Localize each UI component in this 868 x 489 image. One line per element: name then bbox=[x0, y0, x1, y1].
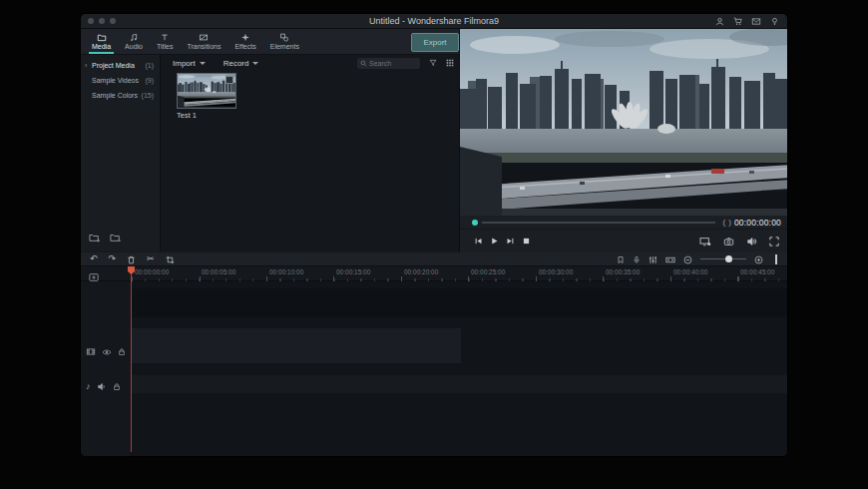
sidebar-item-sample-colors[interactable]: Sample Colors (15) bbox=[81, 88, 160, 103]
volume-icon[interactable] bbox=[746, 233, 757, 250]
tab-label: Elements bbox=[270, 43, 299, 51]
track-lane-upper[interactable] bbox=[132, 288, 788, 317]
ruler-label: 00:00:45:00 bbox=[740, 268, 774, 275]
music-note-icon bbox=[129, 33, 139, 42]
timeline-toolbar: ↶ ↷ ✂ bbox=[81, 252, 788, 266]
app-window: Untitled - Wondershare Filmora9 bbox=[80, 13, 788, 457]
preview-controls bbox=[460, 229, 788, 252]
slider-track bbox=[700, 258, 746, 259]
preview-panel: ( ) 00:00:00:00 bbox=[460, 29, 788, 252]
zoom-out-icon[interactable] bbox=[683, 250, 692, 268]
marker-icon[interactable] bbox=[617, 250, 625, 268]
remove-folder-icon[interactable] bbox=[110, 229, 121, 246]
ruler-label: 00:00:10:00 bbox=[269, 268, 303, 275]
account-icon[interactable] bbox=[715, 17, 724, 26]
ruler-label: 00:00:35:00 bbox=[606, 268, 640, 275]
media-toolbar: Import Record bbox=[161, 55, 459, 71]
text-cursor-icon bbox=[775, 254, 777, 264]
mark-out-icon: ) bbox=[728, 218, 731, 227]
add-folder-icon[interactable] bbox=[89, 229, 100, 246]
fit-to-timeline-icon[interactable] bbox=[665, 250, 675, 268]
ruler-scale[interactable]: 00:00:00:00 00:00:05:00 00:00:10:00 00:0… bbox=[132, 266, 788, 281]
ruler-label: 00:00:25:00 bbox=[471, 268, 505, 275]
tab-elements[interactable]: Elements bbox=[263, 29, 306, 54]
snapshot-camera-icon[interactable] bbox=[723, 233, 734, 250]
ruler-label: 00:00:20:00 bbox=[404, 268, 438, 275]
redo-icon[interactable]: ↷ bbox=[109, 254, 117, 263]
sidebar-item-project-media[interactable]: › Project Media (1) bbox=[81, 58, 160, 73]
track-lock-icon[interactable] bbox=[113, 377, 121, 395]
export-button[interactable]: Export bbox=[411, 33, 459, 52]
display-settings-icon[interactable] bbox=[699, 233, 711, 250]
chevron-down-icon bbox=[252, 62, 258, 65]
sidebar-item-label: Project Media bbox=[92, 62, 135, 69]
tab-label: Media bbox=[92, 43, 111, 51]
mail-icon[interactable] bbox=[751, 17, 761, 26]
play-button[interactable] bbox=[486, 234, 502, 249]
tab-label: Effects bbox=[234, 43, 255, 51]
media-item-name: Test 1 bbox=[177, 111, 197, 120]
search-input[interactable] bbox=[369, 60, 417, 67]
video-track-lane[interactable] bbox=[132, 328, 461, 363]
audio-track-lane[interactable] bbox=[132, 375, 788, 393]
traffic-lights bbox=[88, 18, 116, 24]
timeline-ruler[interactable]: 00:00:00:00 00:00:05:00 00:00:10:00 00:0… bbox=[81, 266, 788, 281]
next-frame-button[interactable] bbox=[502, 234, 518, 249]
cart-icon[interactable] bbox=[733, 17, 742, 26]
filmstrip-icon bbox=[86, 342, 96, 360]
video-track-header bbox=[86, 342, 126, 360]
media-item-thumbnail[interactable] bbox=[177, 73, 236, 109]
tab-media[interactable]: Media bbox=[85, 29, 118, 54]
track-visibility-eye-icon[interactable] bbox=[102, 342, 112, 360]
tab-effects[interactable]: Effects bbox=[227, 29, 262, 54]
slider-thumb[interactable] bbox=[725, 255, 732, 262]
grid-view-icon[interactable] bbox=[446, 59, 454, 67]
ruler-label: 00:00:15:00 bbox=[336, 268, 370, 275]
zoom-window-button[interactable] bbox=[110, 18, 116, 24]
import-dropdown[interactable]: Import bbox=[173, 59, 206, 68]
filter-icon[interactable] bbox=[429, 59, 437, 67]
tab-audio[interactable]: Audio bbox=[118, 29, 150, 54]
sidebar-item-sample-videos[interactable]: Sample Videos (9) bbox=[81, 73, 160, 88]
sidebar-item-label: Sample Videos bbox=[92, 77, 139, 84]
sidebar-folder-actions bbox=[89, 229, 121, 246]
fullscreen-icon[interactable] bbox=[769, 233, 779, 250]
track-mute-speaker-icon[interactable] bbox=[97, 377, 107, 395]
close-window-button[interactable] bbox=[88, 18, 94, 24]
tab-transitions[interactable]: Transitions bbox=[180, 29, 227, 54]
seek-bar[interactable] bbox=[482, 222, 715, 224]
split-scissors-icon[interactable]: ✂ bbox=[147, 254, 155, 263]
audio-track-header: ♪ bbox=[86, 377, 121, 395]
search-box[interactable] bbox=[357, 58, 420, 69]
caret-icon: › bbox=[85, 62, 87, 69]
import-label: Import bbox=[173, 59, 196, 68]
playhead-handle[interactable] bbox=[472, 220, 478, 226]
previous-frame-button[interactable] bbox=[470, 234, 486, 249]
music-note-icon: ♪ bbox=[86, 381, 91, 391]
search-icon bbox=[360, 60, 367, 67]
sidebar-item-count: (9) bbox=[145, 77, 154, 84]
timeline: ↶ ↷ ✂ bbox=[81, 252, 788, 457]
delete-icon[interactable] bbox=[127, 250, 136, 268]
timeline-playhead[interactable] bbox=[131, 266, 132, 452]
effects-icon bbox=[240, 33, 250, 42]
minimize-window-button[interactable] bbox=[99, 18, 105, 24]
stop-button[interactable] bbox=[518, 234, 534, 249]
lightbulb-icon[interactable] bbox=[770, 17, 779, 26]
ruler-label: 00:00:00:00 bbox=[135, 268, 169, 275]
ruler-label: 00:00:30:00 bbox=[539, 268, 573, 275]
record-dropdown[interactable]: Record bbox=[223, 59, 259, 68]
audio-mixer-icon[interactable] bbox=[649, 250, 657, 268]
record-label: Record bbox=[223, 59, 249, 68]
crop-icon[interactable] bbox=[166, 250, 175, 268]
track-lock-icon[interactable] bbox=[118, 342, 126, 360]
track-headers: ♪ bbox=[81, 281, 132, 457]
tab-titles[interactable]: Titles bbox=[150, 29, 180, 54]
preview-video bbox=[460, 29, 788, 216]
voiceover-mic-icon[interactable] bbox=[633, 250, 641, 268]
elements-icon bbox=[279, 33, 289, 42]
undo-icon[interactable]: ↶ bbox=[90, 254, 98, 263]
zoom-in-icon[interactable] bbox=[754, 250, 763, 268]
transitions-icon bbox=[199, 33, 209, 42]
timeline-zoom-slider[interactable] bbox=[700, 254, 746, 264]
